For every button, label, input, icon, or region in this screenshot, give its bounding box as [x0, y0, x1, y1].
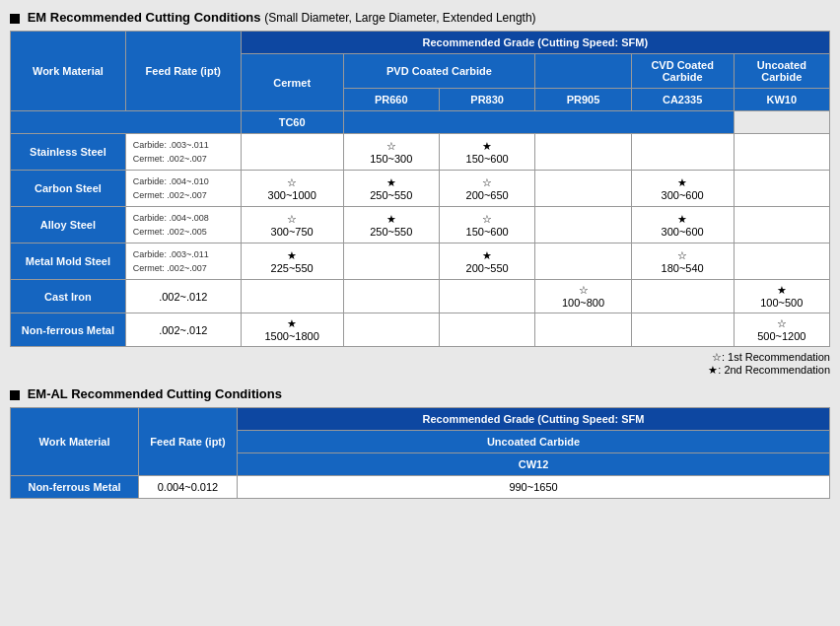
work-material-cell: Stainless Steel	[11, 134, 126, 171]
legend: ☆: 1st Recommendation ★: 2nd Recommendat…	[10, 351, 830, 377]
work-material-cell2: Non-ferrous Metal	[11, 476, 139, 499]
table-row: Carbon Steel Carbide: .004~.010 Cermet: …	[11, 171, 830, 207]
pr905-header2	[535, 54, 631, 89]
pr830-cell: ★150~600	[439, 134, 534, 171]
pr660-cell	[343, 280, 439, 313]
feed-cell: Carbide: .004~.010 Cermet: .002~.007	[125, 171, 241, 207]
pr830-cell	[439, 313, 534, 347]
ca2335-header: CA2335	[631, 89, 734, 111]
tc60-cell: ★225~550	[241, 243, 343, 280]
pvd-header: PVD Coated Carbide	[343, 54, 535, 89]
feed-cell: Carbide: .003~.011 Cermet: .002~.007	[125, 243, 241, 280]
square-icon	[10, 14, 20, 24]
tc60-cell: ☆300~1000	[241, 171, 343, 207]
feed-cell: .002~.012	[125, 313, 241, 347]
section1-title-text: EM Recommended Cutting Conditions	[28, 10, 261, 25]
ca2335-cell: ☆180~540	[631, 243, 734, 280]
pr905-cell: ☆100~800	[535, 280, 631, 313]
work-material-cell: Alloy Steel	[11, 207, 126, 243]
pr830-cell	[439, 280, 534, 313]
ca2335-cell	[631, 134, 734, 171]
recommended-grade-header: Recommended Grade (Cutting Speed: SFM)	[241, 32, 829, 54]
feed-rate-header: Feed Rate (ipt)	[125, 32, 241, 111]
pr660-cell: ★250~550	[343, 207, 439, 243]
pr830-cell: ★200~550	[439, 243, 534, 280]
main-table: Work Material Feed Rate (ipt) Recommende…	[10, 31, 830, 347]
pr905-cell	[535, 207, 631, 243]
cvd-header: CVD Coated Carbide	[631, 54, 734, 89]
section2-table: Work Material Feed Rate (ipt) Recommende…	[10, 407, 830, 499]
pr905-cell	[535, 243, 631, 280]
cermet-header: Cermet	[241, 54, 343, 111]
feed-rate-header2: Feed Rate (ipt)	[139, 408, 238, 476]
kw10-header: KW10	[734, 89, 829, 111]
feed-cell2: 0.004~0.012	[139, 476, 238, 499]
tc60-spacer	[11, 111, 242, 134]
work-material-cell: Carbon Steel	[11, 171, 126, 207]
feed-cell: .002~.012	[125, 280, 241, 313]
pr830-header: PR830	[439, 89, 534, 111]
ca2335-cell	[631, 280, 734, 313]
work-material-header: Work Material	[11, 32, 126, 111]
recommended-grade-header2: Recommended Grade (Cutting Speed: SFM	[238, 408, 830, 431]
legend-filled: ★: 2nd Recommendation	[708, 364, 830, 376]
pr905-header: PR905	[535, 89, 631, 111]
pr660-cell	[343, 313, 439, 347]
feed-cell: Carbide: .004~.008 Cermet: .002~.005	[125, 207, 241, 243]
kw10-cell	[734, 207, 829, 243]
table-row: Metal Mold Steel Carbide: .003~.011 Cerm…	[11, 243, 830, 280]
kw10-cell	[734, 171, 829, 207]
pr660-cell: ★250~550	[343, 171, 439, 207]
ca2335-cell: ★300~600	[631, 171, 734, 207]
cw12-cell: 990~1650	[238, 476, 830, 499]
table-row: Non-ferrous Metal .002~.012 ★1500~1800 ☆…	[11, 313, 830, 347]
work-material-cell: Cast Iron	[11, 280, 126, 313]
pr660-cell: ☆150~300	[343, 134, 439, 171]
square-icon-2	[10, 390, 20, 400]
feed-cell: Carbide: .003~.011 Cermet: .002~.007	[125, 134, 241, 171]
table-row: Alloy Steel Carbide: .004~.008 Cermet: .…	[11, 207, 830, 243]
kw10-cell	[734, 243, 829, 280]
page-container: EM Recommended Cutting Conditions (Small…	[10, 10, 830, 499]
tc60-cell: ★1500~1800	[241, 313, 343, 347]
kw10-cell: ★100~500	[734, 280, 829, 313]
pr660-cell	[343, 243, 439, 280]
pr905-cell	[535, 171, 631, 207]
ca2335-cell	[631, 313, 734, 347]
section1-title: EM Recommended Cutting Conditions (Small…	[10, 10, 830, 25]
pr905-cell	[535, 313, 631, 347]
kw10-cell	[734, 134, 829, 171]
uncoated-header: Uncoated Carbide	[734, 54, 829, 89]
work-material-cell: Metal Mold Steel	[11, 243, 126, 280]
pr660-header: PR660	[343, 89, 439, 111]
tc60-cell: ☆300~750	[241, 207, 343, 243]
section2-title: EM-AL Recommended Cutting Conditions	[10, 386, 830, 401]
kw10-cell: ☆500~1200	[734, 313, 829, 347]
pr830-cell: ☆200~650	[439, 171, 534, 207]
section1-subtitle: (Small Diameter, Large Diameter, Extende…	[264, 11, 535, 25]
table-row: Stainless Steel Carbide: .003~.011 Cerme…	[11, 134, 830, 171]
tc60-header: TC60	[241, 111, 343, 134]
cw12-header: CW12	[238, 453, 830, 476]
tc60-cell	[241, 280, 343, 313]
table-row: Non-ferrous Metal 0.004~0.012 990~1650	[11, 476, 830, 499]
uncoated-header2: Uncoated Carbide	[238, 431, 830, 453]
work-material-header2: Work Material	[11, 408, 139, 476]
tc60-cell	[241, 134, 343, 171]
work-material-cell: Non-ferrous Metal	[11, 313, 126, 347]
pr905-cell	[535, 134, 631, 171]
legend-hollow: ☆: 1st Recommendation	[712, 351, 830, 363]
ca2335-cell: ★300~600	[631, 207, 734, 243]
pr830-cell: ☆150~600	[439, 207, 534, 243]
table-row: Cast Iron .002~.012 ☆100~800 ★100~500	[11, 280, 830, 313]
section2-title-text: EM-AL Recommended Cutting Conditions	[28, 386, 282, 401]
empty-header	[343, 111, 734, 134]
